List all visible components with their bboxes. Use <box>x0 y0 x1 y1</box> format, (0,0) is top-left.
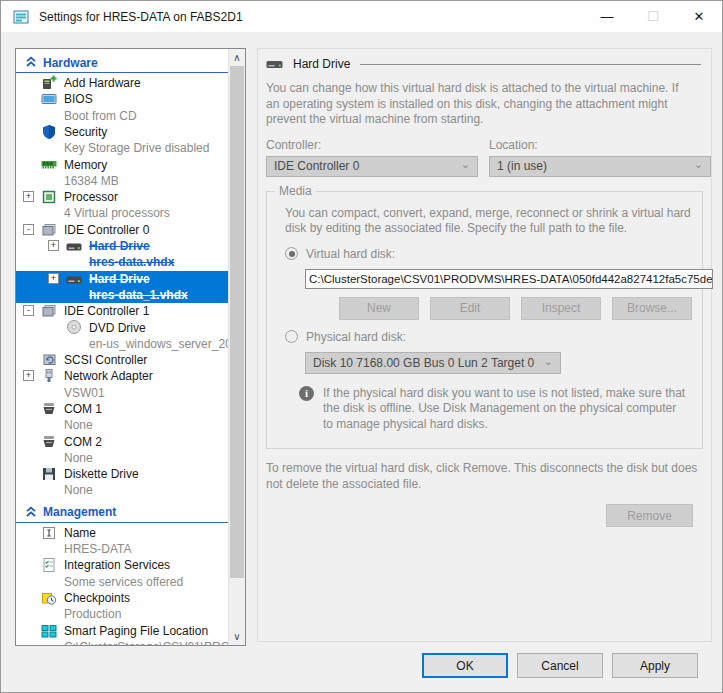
scrollbar-thumb[interactable] <box>230 66 244 578</box>
sidebar-item-integration-services[interactable]: Integration Services <box>16 557 228 573</box>
collapse-toggle-icon[interactable]: - <box>23 305 34 316</box>
physical-disk-radio-label: Physical hard disk: <box>306 330 406 344</box>
physical-disk-select-wrap: Disk 10 7168.00 GB Bus 0 Lun 2 Target 0 … <box>305 352 561 374</box>
sidebar-item-value[interactable]: Production <box>64 606 228 622</box>
virtual-disk-radio[interactable] <box>285 247 298 260</box>
browse-button[interactable]: Browse... <box>612 297 692 320</box>
sidebar-item-hard-drive-1[interactable]: + Hard Drive <box>16 238 228 254</box>
collapse-toggle-icon[interactable]: - <box>23 224 34 235</box>
sidebar-item-value[interactable]: en-us_windows_server_20... <box>89 336 228 352</box>
inspect-button[interactable]: Inspect <box>521 297 601 320</box>
sidebar-item-value[interactable]: 16384 MB <box>64 173 228 189</box>
scroll-up-icon[interactable]: ∧ <box>229 49 245 66</box>
sidebar-item-add-hardware[interactable]: Add Hardware <box>16 75 228 91</box>
sidebar-item-bios[interactable]: BIOS <box>16 91 228 107</box>
expand-toggle-icon[interactable]: + <box>23 370 34 381</box>
hard-drive-icon <box>266 58 283 71</box>
sidebar-item-value[interactable]: 4 Virtual processors <box>64 205 228 221</box>
dialog-footer: OK Cancel Apply <box>422 653 698 678</box>
sidebar-item-value[interactable]: C:\ClusterStorage\CSV01\PRO <box>64 639 228 645</box>
virtual-disk-radio-row: Virtual hard disk: <box>285 247 692 261</box>
section-rule <box>16 522 228 523</box>
scsi-controller-icon <box>41 352 57 368</box>
sidebar-item-value[interactable]: VSW01 <box>64 385 228 401</box>
physical-disk-info: i If the physical hard disk you want to … <box>299 386 692 433</box>
security-shield-icon <box>41 124 57 140</box>
physical-disk-radio[interactable] <box>285 330 298 343</box>
expand-toggle-icon[interactable]: + <box>48 240 59 251</box>
sidebar-item-label: IDE Controller 1 <box>64 304 149 318</box>
edit-button[interactable]: Edit <box>430 297 510 320</box>
remove-button[interactable]: Remove <box>606 504 693 527</box>
sidebar-item-value[interactable]: hres-data_1.vhdx <box>89 287 228 303</box>
tree-scrollbar[interactable]: ∧ ∨ <box>228 49 245 645</box>
ok-button[interactable]: OK <box>422 653 508 678</box>
sidebar-item-value[interactable]: None <box>64 450 228 466</box>
com-port-icon <box>41 434 57 450</box>
sidebar-item-value[interactable]: hres-data.vhdx <box>89 254 228 270</box>
hard-drive-settings-panel: Hard Drive You can change how this virtu… <box>257 48 712 642</box>
sidebar-item-security[interactable]: Security <box>16 124 228 140</box>
sidebar-item-ide-controller-0[interactable]: - IDE Controller 0 <box>16 222 228 238</box>
memory-icon <box>41 156 57 172</box>
sidebar-item-value[interactable]: Boot from CD <box>64 108 228 124</box>
sidebar-item-value[interactable]: Key Storage Drive disabled <box>64 140 228 156</box>
controller-select[interactable]: IDE Controller 0 ⌄ <box>266 156 478 177</box>
collapse-section-icon <box>25 506 37 518</box>
maximize-button[interactable]: ☐ <box>630 1 676 32</box>
close-button[interactable]: ✕ <box>676 1 722 32</box>
sidebar-item-com2[interactable]: COM 2 <box>16 434 228 450</box>
integration-services-icon <box>41 557 57 573</box>
media-group: Media You can compact, convert, expand, … <box>266 191 703 450</box>
sidebar-item-name[interactable]: Name <box>16 525 228 541</box>
sidebar-item-value[interactable]: None <box>64 417 228 433</box>
sidebar-item-label: Smart Paging File Location <box>64 624 208 638</box>
scroll-down-icon[interactable]: ∨ <box>229 628 245 645</box>
sidebar-item-diskette-drive[interactable]: Diskette Drive <box>16 466 228 482</box>
sidebar-item-label: Hard Drive <box>89 239 150 253</box>
sidebar-item-com1[interactable]: COM 1 <box>16 401 228 417</box>
sidebar-item-label: Hard Drive <box>89 272 150 286</box>
controller-icon <box>41 303 57 319</box>
location-select[interactable]: 1 (in use) ⌄ <box>489 156 711 177</box>
bios-icon <box>41 91 57 107</box>
section-header-management[interactable]: Management <box>16 499 228 522</box>
section-label: Hardware <box>43 56 98 70</box>
sidebar-item-ide-controller-1[interactable]: - IDE Controller 1 <box>16 303 228 319</box>
minimize-button[interactable]: — <box>584 1 630 32</box>
controller-select-value: IDE Controller 0 <box>274 159 359 173</box>
sidebar-item-label: Diskette Drive <box>64 467 139 481</box>
sidebar-item-processor[interactable]: + Processor <box>16 189 228 205</box>
sidebar-item-memory[interactable]: Memory <box>16 156 228 172</box>
expand-toggle-icon[interactable]: + <box>48 273 59 284</box>
media-description: You can compact, convert, expand, merge,… <box>285 206 705 237</box>
sidebar-item-value[interactable]: None <box>64 482 228 498</box>
remove-button-row: Remove <box>266 504 703 527</box>
sidebar-item-dvd-drive[interactable]: DVD Drive <box>16 319 228 335</box>
sidebar-item-network-adapter[interactable]: + Network Adapter <box>16 368 228 384</box>
sidebar-item-checkpoints[interactable]: Checkpoints <box>16 590 228 606</box>
expand-toggle-icon[interactable]: + <box>23 191 34 202</box>
name-icon <box>41 525 57 541</box>
physical-disk-select[interactable]: Disk 10 7168.00 GB Bus 0 Lun 2 Target 0 … <box>305 352 561 374</box>
settings-dialog: Settings for HRES-DATA on FABS2D1 — ☐ ✕ … <box>0 0 723 693</box>
com-port-icon <box>41 401 57 417</box>
new-button[interactable]: New <box>339 297 419 320</box>
sidebar-item-smart-paging[interactable]: Smart Paging File Location <box>16 623 228 639</box>
diskette-icon <box>41 466 57 482</box>
section-header-hardware[interactable]: Hardware <box>16 49 228 72</box>
apply-button[interactable]: Apply <box>612 653 698 678</box>
sidebar-item-label: Processor <box>64 190 118 204</box>
chevron-down-icon: ⌄ <box>461 159 470 169</box>
sidebar-item-label: Checkpoints <box>64 591 130 605</box>
title-bar[interactable]: Settings for HRES-DATA on FABS2D1 — ☐ ✕ <box>1 1 722 32</box>
sidebar-item-hard-drive-2-selected[interactable]: + Hard Drive hres-data_1.vhdx <box>16 271 228 304</box>
section-label: Management <box>43 505 116 519</box>
sidebar-item-value[interactable]: Some services offered <box>64 574 228 590</box>
sidebar-item-value[interactable]: HRES-DATA <box>64 541 228 557</box>
physical-disk-radio-row: Physical hard disk: <box>285 330 692 344</box>
virtual-disk-path-input[interactable]: C:\ClusterStorage\CSV01\PRODVMS\HRES-DAT… <box>305 269 713 289</box>
cancel-button[interactable]: Cancel <box>517 653 603 678</box>
sidebar-item-scsi-controller[interactable]: SCSI Controller <box>16 352 228 368</box>
collapse-section-icon <box>25 56 37 68</box>
